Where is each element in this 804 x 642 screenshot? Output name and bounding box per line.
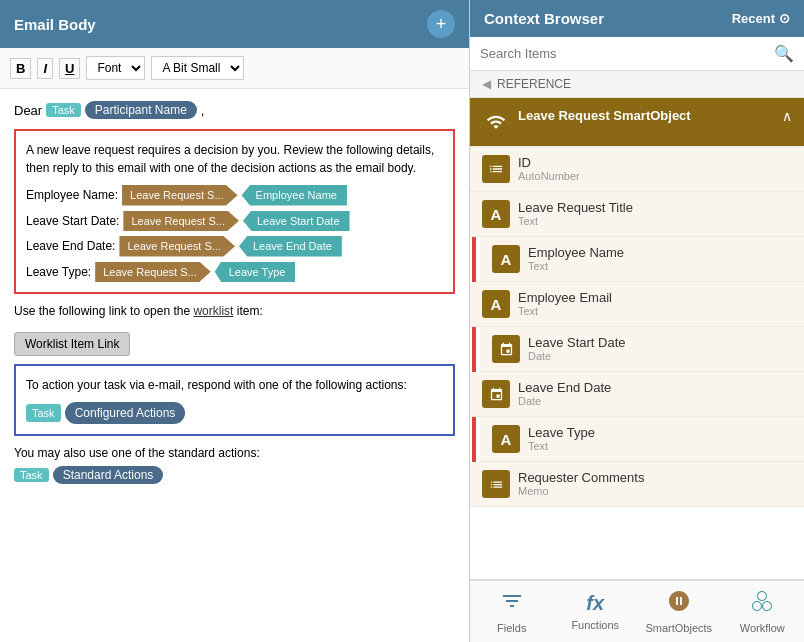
leave-start-label: Leave Start Date: [26, 212, 119, 230]
leave-end-row: Leave End Date: Leave Request S... Leave… [26, 236, 443, 257]
list-item[interactable]: A Leave Request Title Text [470, 192, 804, 237]
italic-button[interactable]: I [37, 58, 53, 79]
context-list: Leave Request SmartObject ∧ ID AutoNumbe… [470, 98, 804, 579]
editor-area: Dear Task Participant Name , A new leave… [0, 89, 469, 642]
search-input[interactable] [480, 46, 768, 61]
employee-name-name: Employee Name [528, 245, 792, 260]
fields-nav-item[interactable]: Fields [470, 581, 554, 642]
red-box-text: A new leave request requires a decision … [26, 141, 443, 177]
dear-line: Dear Task Participant Name , [14, 101, 455, 119]
leave-start-date-item[interactable]: Leave Start Date Date [480, 327, 804, 372]
recent-button[interactable]: Recent ⊙ [732, 11, 790, 26]
font-select[interactable]: Font [86, 56, 145, 80]
requester-comments-text: Requester Comments Memo [518, 470, 792, 497]
list-item[interactable]: ID AutoNumber [470, 147, 804, 192]
employee-name-label: Employee Name: [26, 186, 118, 204]
leave-start-bracket-row: Leave Start Date Date [470, 327, 804, 372]
id-text: ID AutoNumber [518, 155, 792, 182]
functions-nav-item[interactable]: fx Functions [554, 581, 638, 642]
configured-actions-tag[interactable]: Configured Actions [65, 402, 186, 424]
leave-end-date-text: Leave End Date Date [518, 380, 792, 407]
leave-start-row: Leave Start Date: Leave Request S... Lea… [26, 211, 443, 232]
fields-icon [500, 589, 524, 618]
requester-comments-icon [482, 470, 510, 498]
bold-button[interactable]: B [10, 58, 31, 79]
employee-email-item[interactable]: A Employee Email Text [470, 282, 804, 327]
leave-type-item[interactable]: A Leave Type Text [480, 417, 804, 462]
context-browser-header: Context Browser Recent ⊙ [470, 0, 804, 37]
red-box: A new leave request requires a decision … [14, 129, 455, 294]
employee-name-text: Employee Name Text [528, 245, 792, 272]
leave-type-type: Text [528, 440, 792, 452]
leave-request-title-type: Text [518, 215, 792, 227]
leave-type-label: Leave Type: [26, 263, 91, 281]
smartobject-text: Leave Request SmartObject [518, 108, 782, 123]
expand-icon[interactable]: ∧ [782, 108, 792, 124]
leave-end-date-type: Date [518, 395, 792, 407]
blue-box: To action your task via e-mail, respond … [14, 364, 455, 436]
blue-box-text: To action your task via e-mail, respond … [26, 376, 443, 394]
search-icon: 🔍 [774, 44, 794, 63]
leave-type-name: Leave Type [528, 425, 792, 440]
leave-request-title-text: Leave Request Title Text [518, 200, 792, 227]
standard-actions-tag[interactable]: Standard Actions [53, 466, 164, 484]
search-bar: 🔍 [470, 37, 804, 71]
functions-icon: fx [586, 592, 604, 615]
standard-actions-row: Task Standard Actions [14, 466, 455, 484]
employee-name-bracket-row: A Employee Name Text [470, 237, 804, 282]
toolbar: B I U Font A Bit Small [0, 48, 469, 89]
employee-name-item[interactable]: A Employee Name Text [480, 237, 804, 282]
reference-text: REFERENCE [497, 77, 571, 91]
blue-task-tag[interactable]: Task [26, 404, 61, 423]
participant-name-tag[interactable]: Participant Name [85, 101, 197, 119]
smartobject-header-item[interactable]: Leave Request SmartObject ∧ [470, 98, 804, 147]
leave-start-date-text: Leave Start Date Date [528, 335, 792, 362]
leave-type-bracket-row: A Leave Type Text [470, 417, 804, 462]
leave-end-tag[interactable]: Leave End Date [239, 236, 342, 257]
leave-request-title-name: Leave Request Title [518, 200, 792, 215]
ref-short-type[interactable]: Leave Request S... [95, 262, 211, 283]
right-panel: Context Browser Recent ⊙ 🔍 ◀ REFERENCE L… [470, 0, 804, 642]
id-icon [482, 155, 510, 183]
std-task-tag[interactable]: Task [14, 468, 49, 482]
leave-start-date-name: Leave Start Date [528, 335, 792, 350]
employee-name-type: Text [528, 260, 792, 272]
leave-end-label: Leave End Date: [26, 237, 115, 255]
bottom-nav: Fields fx Functions SmartObjects Workflo… [470, 579, 804, 642]
leave-request-title-icon: A [482, 200, 510, 228]
ref-short-employee[interactable]: Leave Request S... [122, 185, 238, 206]
dear-text: Dear [14, 103, 42, 118]
clock-icon: ⊙ [779, 11, 790, 26]
employee-name-tag[interactable]: Employee Name [242, 185, 347, 206]
add-button[interactable]: + [427, 10, 455, 38]
leave-type-text: Leave Type Text [528, 425, 792, 452]
red-bracket-2 [472, 327, 476, 372]
id-type: AutoNumber [518, 170, 792, 182]
smartobjects-nav-item[interactable]: SmartObjects [637, 581, 721, 642]
employee-email-text: Employee Email Text [518, 290, 792, 317]
standard-actions-text: You may also use one of the standard act… [14, 446, 455, 460]
leave-type-tag[interactable]: Leave Type [215, 262, 296, 283]
smartobjects-icon [667, 589, 691, 618]
leave-end-date-name: Leave End Date [518, 380, 792, 395]
configured-actions-row: Task Configured Actions [26, 402, 443, 424]
worklist-link[interactable]: worklist [193, 304, 233, 318]
workflow-icon [750, 589, 774, 618]
underline-button[interactable]: U [59, 58, 80, 79]
requester-comments-item[interactable]: Requester Comments Memo [470, 462, 804, 507]
worklist-item-link-button[interactable]: Worklist Item Link [14, 332, 130, 356]
smartobject-icon [482, 108, 510, 136]
leave-end-date-item[interactable]: Leave End Date Date [470, 372, 804, 417]
task-tag[interactable]: Task [46, 103, 81, 117]
context-browser-title: Context Browser [484, 10, 604, 27]
ref-short-end[interactable]: Leave Request S... [119, 236, 235, 257]
employee-email-name: Employee Email [518, 290, 792, 305]
comma: , [201, 103, 205, 118]
workflow-nav-item[interactable]: Workflow [721, 581, 805, 642]
size-select[interactable]: A Bit Small [151, 56, 244, 80]
collapse-arrow-icon[interactable]: ◀ [482, 77, 491, 91]
employee-email-icon: A [482, 290, 510, 318]
leave-type-row: Leave Type: Leave Request S... Leave Typ… [26, 262, 443, 283]
leave-start-tag[interactable]: Leave Start Date [243, 211, 350, 232]
ref-short-start[interactable]: Leave Request S... [123, 211, 239, 232]
